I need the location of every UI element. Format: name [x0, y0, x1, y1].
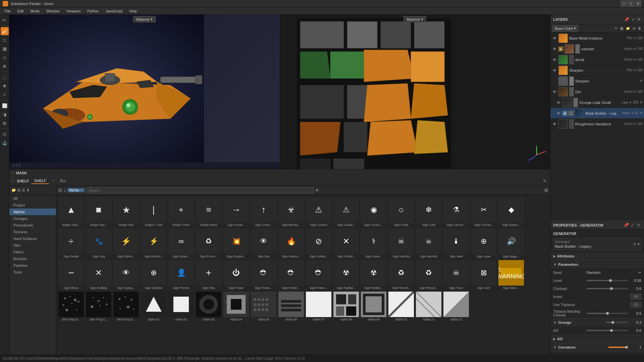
list-item[interactable]: Alpha 08	[333, 291, 360, 322]
shelf-cat-procedurals[interactable]: Procedurals	[9, 222, 56, 229]
list-item[interactable]: ∞ Sign Entan...	[168, 228, 195, 259]
filter-sort-btn[interactable]: ↕	[63, 188, 66, 193]
shelf-tab-shelf[interactable]: SHELF	[32, 178, 49, 184]
layer-item-decal[interactable]: 👁 decal Norm ▾ 100	[550, 54, 644, 65]
layer-mode-arrow[interactable]: ▾	[634, 36, 636, 40]
list-item[interactable]: Alpha 09	[360, 291, 387, 322]
list-item[interactable]: 💥 Sign Explosi...	[223, 228, 250, 259]
list-item[interactable]: ✕ Sign Forbid...	[333, 228, 360, 259]
shelf-close-button[interactable]: ✕	[541, 178, 547, 184]
layer-close-sharpen2[interactable]: ✕	[640, 79, 643, 83]
layer-delete-btn[interactable]: 🗑	[637, 26, 642, 31]
menu-viewport[interactable]: Viewport	[63, 8, 84, 14]
layer-vis-roughness[interactable]: 👁	[552, 121, 557, 127]
filter-browse-button[interactable]: 📁	[11, 188, 16, 192]
search-input[interactable]	[86, 187, 314, 193]
prop-toggle-invert[interactable]: Off	[631, 294, 641, 299]
layer-vis-base-metal[interactable]: 👁	[552, 36, 557, 41]
tool-projection[interactable]: ⊞	[1, 119, 9, 127]
layer-vis-dirt[interactable]: 👁	[552, 89, 557, 95]
menu-window[interactable]: Window	[43, 8, 63, 14]
list-item[interactable]: Skin Frog C...	[85, 291, 112, 322]
layer-vis-decal[interactable]: 👁	[552, 57, 557, 62]
list-item[interactable]: ≋ Shape Wave	[195, 196, 222, 227]
list-item[interactable]: − Sign Minus	[58, 259, 85, 290]
prop-slider-level-handle[interactable]	[609, 279, 612, 282]
prop-slider-level[interactable]	[587, 280, 628, 281]
list-item[interactable]: ✂ Sign Cut Ha...	[470, 196, 497, 227]
props-expand-btn[interactable]: ⤢	[629, 222, 635, 228]
prop-slider-grunge-ao-handle[interactable]	[610, 329, 613, 332]
menu-edit[interactable]: Edit	[14, 8, 27, 14]
viewport-3d-channel-dropdown[interactable]: Material ▾	[133, 16, 156, 22]
list-item[interactable]: ♻ Sign Recycl...	[388, 259, 415, 290]
list-item[interactable]: ☠ Sign Harmful	[388, 228, 415, 259]
list-item[interactable]: Alpha 03	[195, 291, 222, 322]
list-item[interactable]: ♻ Sign Enviro...	[195, 228, 222, 259]
list-item[interactable]: ⚗ Sign Corrosi...	[443, 196, 470, 227]
viewport-2d[interactable]: Material ▾	[280, 15, 550, 169]
filter-list-button[interactable]: ☰	[22, 188, 25, 192]
props-section-parameters-header[interactable]: ▼ Parameters	[550, 260, 644, 268]
list-item[interactable]: Skin Frog D...	[113, 291, 140, 322]
tool-selection[interactable]: ⬚	[1, 73, 9, 81]
list-item[interactable]: 🔊 Sign Magn...	[498, 228, 525, 259]
filter-remove-btn[interactable]: ✕	[80, 188, 83, 192]
layer-close-grunge-leak[interactable]: ✕	[640, 100, 643, 105]
list-item[interactable]: ⌖ Shape Thorn	[168, 196, 195, 227]
list-item[interactable]: ▲ Shape Shar...	[58, 196, 85, 227]
list-item[interactable]: Skin Frog Al...	[58, 291, 85, 322]
layer-item-sharpen1[interactable]: 👁 Sharpen Pthr ▾ 100	[550, 65, 644, 76]
list-item[interactable]: 👁 Sign Eye	[250, 228, 277, 259]
props-section-attributes-header[interactable]: ▶ Attributes	[550, 252, 644, 260]
close-button[interactable]: ✕	[635, 0, 641, 7]
list-item[interactable]: ☠ Sign Harmful	[415, 228, 442, 259]
tool-camera[interactable]: ⊙	[1, 130, 9, 138]
menu-file[interactable]: File	[1, 8, 14, 14]
prop-edit-seed-btn[interactable]: ✏	[638, 270, 641, 275]
layer-vis-canister[interactable]: 👁	[552, 46, 557, 52]
list-item[interactable]: ◉ Sign Circle L...	[360, 196, 387, 227]
list-item[interactable]: ⚠ WARNING Sign Warn...	[498, 259, 525, 290]
tool-erase[interactable]: ◻	[1, 36, 9, 44]
generator-close-btn[interactable]: ✕	[632, 241, 638, 247]
list-item[interactable]: Alpha 05	[250, 291, 277, 322]
shelf-cat-skin[interactable]: Skin	[9, 242, 56, 249]
list-item[interactable]: 🐾 Sign Dog	[85, 228, 112, 259]
list-item[interactable]: ⚠ Sign Cautio...	[333, 196, 360, 227]
list-item[interactable]: ⊕ Sign Laser	[470, 228, 497, 259]
shelf-cat-particles[interactable]: Particles	[9, 262, 56, 269]
list-item[interactable]: + Sign Plus	[195, 259, 222, 290]
prop-slider-grunge[interactable]	[606, 322, 628, 323]
list-item[interactable]: ☠ Sign Toxic	[443, 259, 470, 290]
layer-item-sharpen2[interactable]: 👁 Sharpen ✕	[550, 76, 644, 86]
list-item[interactable]: ○ Sign Circle	[388, 196, 415, 227]
list-item[interactable]: 👤 Sign Person	[168, 259, 195, 290]
layer-add-fill-btn[interactable]: ▦	[620, 26, 624, 31]
list-item[interactable]: ⏻ Sign Power	[223, 259, 250, 290]
list-item[interactable]: → Sign Arrow...	[223, 196, 250, 227]
list-item[interactable]: Alpha 12	[443, 291, 470, 322]
list-item[interactable]: Alpha 02	[168, 291, 195, 322]
window-controls[interactable]: ─ □ ✕	[621, 0, 641, 7]
layer-mode-arrow-sh1[interactable]: ▾	[634, 68, 636, 72]
tool-brush[interactable]: ✏	[1, 16, 9, 24]
list-item[interactable]: 👁 Sign Optica...	[113, 259, 140, 290]
list-item[interactable]: ⊘ Sign Forbid...	[305, 228, 332, 259]
layers-pin-btn[interactable]: 📌	[624, 16, 630, 22]
list-item[interactable]: ◆ Sign Diamo...	[498, 196, 525, 227]
layer-mode-arrow-grunge[interactable]: ▾	[630, 101, 631, 104]
shelf-cat-alphas[interactable]: Alphas	[9, 208, 56, 215]
layer-vis-sharpen1[interactable]: 👁	[552, 68, 557, 73]
shelf-cat-grunges[interactable]: Grunges	[9, 215, 56, 222]
layer-item-mask-builder[interactable]: 👁 ▦ ◻ Mask Builder - Legacy Norm ▾ 91 ✕	[550, 108, 644, 119]
list-item[interactable]: ⚠ Sign Caution	[305, 196, 332, 227]
shelf-cat-tools[interactable]: Tools	[9, 269, 56, 276]
filter-icon-btn[interactable]: ⊟	[58, 188, 62, 193]
channel-dropdown[interactable]: Base Color ▾	[552, 25, 578, 32]
list-item[interactable]: Alpha 11	[415, 291, 442, 322]
layers-close-btn[interactable]: ✕	[637, 16, 641, 22]
props-pin-btn[interactable]: 📌	[623, 222, 629, 228]
filter-grid-button[interactable]: ⊞	[17, 188, 20, 192]
menu-help[interactable]: Help	[126, 8, 141, 14]
